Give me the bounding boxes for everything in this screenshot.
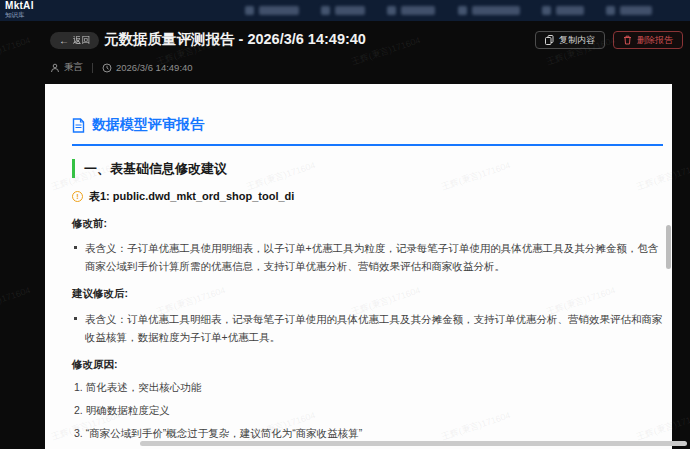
header-actions: 复制内容 删除报告: [535, 31, 683, 49]
nav-icon: [458, 6, 467, 15]
vertical-scrollbar[interactable]: [666, 225, 671, 269]
timestamp-meta: 2026/3/6 14:49:40: [102, 62, 193, 73]
copy-content-button[interactable]: 复制内容: [535, 31, 605, 49]
trash-icon: [623, 35, 632, 45]
title-divider: [72, 144, 663, 146]
after-label: 建议修改后:: [72, 287, 656, 301]
reason-label: 修改原因:: [72, 358, 656, 372]
nav-menu: [245, 0, 652, 21]
before-label: 修改前:: [72, 217, 656, 231]
section-1-heading: 一、表基础信息修改建议: [72, 159, 656, 178]
watermark-text: 王辉(秉言)171604: [0, 284, 32, 319]
app-window: MktAI 知识库 ← 返回 元数据质量评测报告 - 2026/3/6 14:4…: [0, 0, 690, 449]
clock-icon: [102, 63, 112, 73]
page-header: ← 返回 元数据质量评测报告 - 2026/3/6 14:49:40 复制内容 …: [0, 21, 690, 84]
after-bullet: 表含义：订单优惠工具明细表，记录每笔子订单使用的具体优惠工具及其分摊金额，支持订…: [72, 310, 667, 346]
author-name: 秉言: [64, 61, 83, 74]
back-arrow-icon: ←: [59, 35, 69, 46]
reason-item: 3. “商家公域到手价”概念过于复杂，建议简化为“商家收益核算”: [72, 427, 656, 441]
report-title: 数据模型评审报告: [92, 116, 204, 134]
nav-item-redacted[interactable]: [387, 6, 435, 15]
report-card: 数据模型评审报告 一、表基础信息修改建议 表1: public.dwd_mkt_…: [45, 84, 672, 449]
nav-item-redacted[interactable]: [321, 6, 365, 15]
nav-icon: [321, 6, 330, 15]
warning-circle-icon: [72, 191, 83, 202]
nav-item-redacted[interactable]: [606, 6, 652, 15]
report-title-row: 数据模型评审报告: [72, 116, 656, 134]
nav-icon: [387, 6, 396, 15]
logo-subtitle: 知识库: [5, 12, 34, 19]
nav-icon: [542, 6, 551, 15]
author-meta: 秉言: [50, 61, 83, 74]
nav-item-redacted[interactable]: [458, 6, 520, 15]
table-1-title: 表1: public.dwd_mkt_ord_shop_tool_di: [89, 189, 294, 204]
meta-divider: [92, 63, 93, 73]
timestamp-value: 2026/3/6 14:49:40: [116, 62, 193, 73]
horizontal-scrollbar[interactable]: [140, 441, 687, 446]
reason-item: 2. 明确数据粒度定义: [72, 404, 656, 418]
delete-button-label: 删除报告: [637, 34, 673, 47]
nav-icon: [606, 6, 615, 15]
page-title: 元数据质量评测报告 - 2026/3/6 14:49:40: [104, 30, 366, 49]
copy-icon: [545, 35, 554, 45]
reason-item: 1. 简化表述，突出核心功能: [72, 381, 656, 395]
table-1-row: 表1: public.dwd_mkt_ord_shop_tool_di: [72, 189, 656, 204]
nav-icon: [245, 6, 254, 15]
top-nav-bar: MktAI 知识库: [0, 0, 690, 21]
logo-title: MktAI: [5, 1, 34, 11]
back-button-label: 返回: [73, 35, 90, 47]
copy-button-label: 复制内容: [559, 34, 595, 47]
app-logo[interactable]: MktAI 知识库: [5, 1, 34, 19]
nav-item-redacted[interactable]: [542, 6, 584, 15]
before-bullet: 表含义：子订单优惠工具使用明细表，以子订单+优惠工具为粒度，记录每笔子订单使用的…: [72, 239, 667, 275]
document-icon: [72, 118, 85, 133]
report-content: 数据模型评审报告 一、表基础信息修改建议 表1: public.dwd_mkt_…: [45, 84, 672, 449]
report-meta: 秉言 2026/3/6 14:49:40: [50, 61, 193, 74]
nav-item-redacted[interactable]: [245, 6, 299, 15]
delete-report-button[interactable]: 删除报告: [613, 31, 683, 49]
user-icon: [50, 63, 60, 73]
back-button[interactable]: ← 返回: [50, 32, 99, 49]
